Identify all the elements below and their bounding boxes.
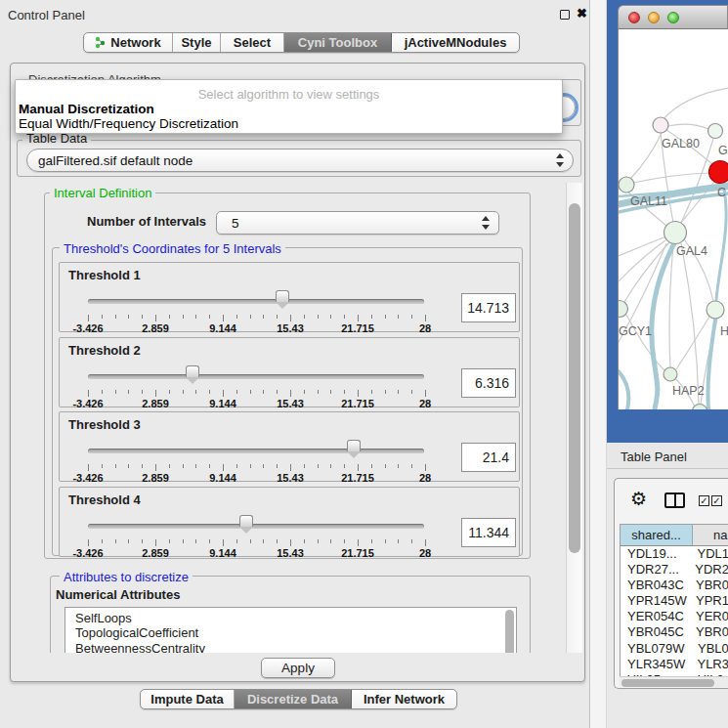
popup-item-equal-width[interactable]: Equal Width/Frequency Discretization — [19, 116, 238, 131]
slider-ticks — [88, 539, 425, 547]
table-scrollbar-thumb[interactable] — [621, 679, 714, 687]
threshold-slider[interactable]: -3.4262.8599.144 15.4321.71528 — [88, 515, 424, 558]
threshold-slider[interactable]: -3.4262.8599.144 15.4321.71528 — [88, 365, 424, 408]
table-panel-titlebar: Table Panel — [607, 443, 728, 469]
node-gcy1[interactable] — [619, 301, 628, 318]
slider-thumb[interactable] — [347, 440, 361, 458]
slider-track[interactable] — [88, 449, 424, 453]
tab-jactivemnodules[interactable]: jActiveMNodules — [392, 33, 519, 52]
node[interactable] — [707, 301, 724, 319]
list-item[interactable]: TopologicalCoefficient — [65, 625, 516, 640]
slider-thumb[interactable] — [276, 290, 289, 309]
number-of-intervals-label: Number of Intervals — [87, 214, 206, 229]
split-columns-icon[interactable] — [664, 492, 685, 508]
node-hap2[interactable] — [664, 367, 677, 381]
slider-scale-labels: -3.4262.8599.144 15.4321.71528 — [88, 322, 425, 334]
close-icon[interactable]: ✖ — [577, 6, 587, 21]
threshold-slider[interactable]: -3.4262.8599.144 15.4321.71528 — [88, 290, 424, 333]
tab-network-label: Network — [110, 35, 160, 50]
table-row[interactable]: YLR345WYLR3 — [621, 657, 728, 672]
slider-ticks — [88, 390, 425, 398]
node-label: GCY1 — [619, 324, 652, 338]
zoom-traffic-light[interactable] — [667, 12, 679, 23]
attributes-group-label: Attributes to discretize — [60, 570, 193, 584]
tab-select[interactable]: Select — [221, 33, 284, 52]
table-row[interactable]: YDL19...YDL1 — [621, 546, 728, 562]
threshold-row: Threshold 2 -3.4262.8599.144 15.4321.715… — [59, 337, 520, 407]
settings-scroll-viewport: Interval Definition Number of Intervals … — [15, 183, 565, 653]
number-of-intervals-spinner[interactable]: 5 — [216, 211, 499, 235]
apply-button[interactable]: Apply — [261, 658, 335, 678]
threshold-row: Threshold 4 -3.4262.8599.144 15.4321.715… — [59, 487, 520, 557]
slider-ticks — [88, 315, 425, 322]
threshold-value-field[interactable]: 14.713 — [461, 293, 516, 322]
slider-ticks — [88, 464, 425, 472]
tab-discretize-data[interactable]: Discretize Data — [235, 690, 352, 708]
main-scrollbar[interactable] — [566, 183, 582, 653]
tab-impute-data[interactable]: Impute Data — [141, 690, 235, 708]
network-canvas[interactable]: GAL80 GA C GAL11 GAL4 GCY1 H HAP2 — [618, 29, 728, 409]
threshold-label: Threshold 2 — [68, 343, 141, 358]
node-label: GAL80 — [662, 137, 700, 150]
threshold-value-field[interactable]: 6.316 — [461, 368, 516, 398]
list-item[interactable]: BetweennessCentrality — [65, 641, 516, 653]
table-horizontal-scrollbar[interactable] — [620, 676, 728, 687]
threshold-value-field[interactable]: 11.344 — [461, 518, 516, 547]
minimize-traffic-light[interactable] — [648, 12, 660, 23]
network-window-titlebar[interactable] — [618, 5, 728, 29]
list-scrollbar[interactable] — [505, 610, 514, 653]
slider-track[interactable] — [88, 524, 424, 529]
list-item[interactable]: SelfLoops — [65, 608, 516, 625]
slider-track[interactable] — [88, 374, 424, 379]
table-row[interactable]: YBL079WYBL0 — [621, 641, 728, 657]
top-tab-bar: Network Style Select Cyni Toolbox jActiv… — [83, 32, 520, 53]
threshold-value-field[interactable]: 21.4 — [461, 443, 516, 472]
table-row[interactable]: YPR145WYPR1 — [621, 593, 728, 609]
slider-thumb[interactable] — [239, 515, 253, 534]
checkbox-icon[interactable]: ✓ — [711, 495, 722, 506]
node-label: H — [720, 324, 728, 338]
checkbox-icon[interactable]: ✓ — [699, 495, 709, 506]
spinner-arrows-icon — [482, 216, 490, 230]
numerical-attributes-list[interactable]: SelfLoops TopologicalCoefficient Between… — [64, 607, 517, 653]
threshold-label: Threshold 4 — [68, 492, 141, 507]
node[interactable] — [708, 124, 723, 139]
table-data-value: galFiltered.sif default node — [27, 153, 193, 168]
table-data-combobox[interactable]: galFiltered.sif default node — [26, 149, 574, 172]
table-row[interactable]: YDR27...YDR2 — [621, 562, 728, 578]
node-gal80[interactable] — [653, 117, 668, 133]
node-gal11[interactable] — [619, 177, 634, 193]
slider-thumb[interactable] — [186, 365, 199, 384]
table-row[interactable]: YER054CYER0 — [621, 609, 728, 624]
popup-item-manual[interactable]: Manual Discretization — [19, 102, 154, 116]
algorithm-dropdown-popup: Select algorithm to view settings Manual… — [15, 79, 563, 134]
popup-placeholder: Select algorithm to view settings — [16, 87, 562, 102]
table-row[interactable]: YBR043CYBR0 — [621, 578, 728, 593]
node-label: GAL4 — [676, 244, 707, 258]
column-header-name[interactable]: na — [693, 525, 728, 545]
threshold-row: Threshold 3 -3.4262.8599.144 15.4321.715… — [59, 411, 520, 482]
threshold-slider[interactable]: -3.4262.8599.144 15.4321.71528 — [88, 440, 424, 483]
node-selected-red[interactable] — [709, 161, 728, 184]
close-traffic-light[interactable] — [628, 12, 640, 23]
interval-definition-label: Interval Definition — [50, 186, 155, 200]
node-gal4[interactable] — [664, 222, 687, 244]
tab-infer-network[interactable]: Infer Network — [352, 690, 456, 708]
screenshot-root: Control Panel ✖ Network Style Select Cyn… — [0, 0, 728, 728]
float-icon[interactable] — [560, 10, 570, 20]
table-panel-window: Table Panel ⚙ ✓ ✓ shared... na YDL19...Y… — [607, 443, 728, 728]
cyni-toolbox-panel: Discretization Algorithm Table Data galF… — [10, 63, 585, 682]
slider-scale-labels: -3.4262.8599.144 15.4321.71528 — [88, 398, 425, 409]
main-scrollbar-thumb[interactable] — [569, 203, 580, 553]
network-graph: GAL80 GA C GAL11 GAL4 GCY1 H HAP2 — [619, 29, 728, 409]
slider-track[interactable] — [88, 299, 424, 304]
gear-icon[interactable]: ⚙ — [630, 490, 647, 508]
numerical-attributes-label: Numerical Attributes — [56, 587, 180, 602]
column-header-shared-name[interactable]: shared... — [621, 525, 693, 545]
table-row[interactable]: YBR045CYBR0 — [621, 624, 728, 640]
tab-style[interactable]: Style — [173, 33, 221, 52]
panel-edge — [589, 0, 607, 728]
tab-network[interactable]: Network — [84, 33, 173, 52]
tab-cyni-toolbox[interactable]: Cyni Toolbox — [284, 33, 392, 52]
table-panel: ⚙ ✓ ✓ shared... na YDL19...YDL1 YDR27...… — [614, 478, 728, 689]
